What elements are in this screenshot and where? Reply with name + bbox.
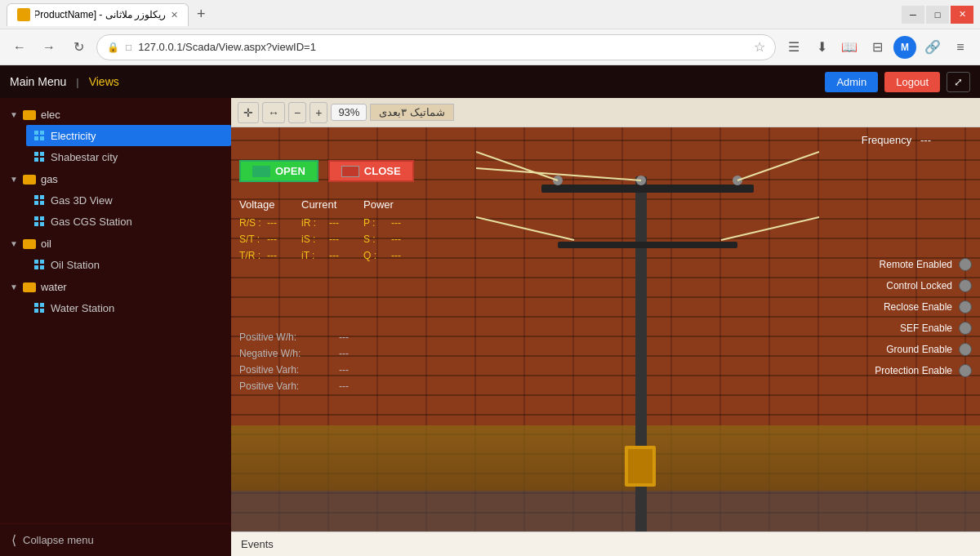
browser-titlebar: ریکلوزر ملاثانی - [ProductName] ✕ + ─ □ … [0, 0, 980, 29]
browser-toolbar: ← → ↻ 🔒 □ ☆ ☰ ⬇ 📖 ⊟ M 🔗 ≡ [0, 29, 980, 65]
forward-button[interactable]: → [38, 36, 60, 59]
content-area: ✛ ↔ − + 93% شماتیک ۳بعدی Frequency --- [231, 98, 980, 556]
menu-icon[interactable]: ≡ [949, 36, 972, 59]
water-group: ▼ water [0, 277, 231, 318]
sidebar-item-oilstation[interactable]: Oil Station [26, 254, 231, 275]
water-group-label: water [41, 281, 67, 293]
collapse-menu-button[interactable]: ⟨ Collapse menu [0, 523, 231, 556]
svg-rect-21 [40, 303, 44, 307]
waterstation-node-icon [33, 301, 46, 314]
gas3d-item-label: Gas 3D View [51, 194, 113, 207]
elec-chevron-icon: ▼ [10, 110, 18, 119]
svg-rect-13 [40, 216, 44, 220]
collapse-label: Collapse menu [23, 534, 94, 546]
header-right: Admin Logout ⤢ [825, 72, 970, 92]
events-bar: Events [231, 532, 980, 556]
pocket-icon[interactable]: ☰ [782, 36, 805, 59]
back-button[interactable]: ← [8, 36, 31, 59]
sef-enable-label: SEF Enable [900, 322, 952, 334]
svg-rect-20 [34, 303, 38, 307]
oil-group-label: oil [41, 238, 51, 250]
protection-enable-circle [959, 364, 972, 377]
gas-group-header[interactable]: ▼ gas [0, 169, 231, 189]
toolbar-icons: ☰ ⬇ 📖 ⊟ M 🔗 ≡ [782, 36, 972, 59]
svg-rect-3 [40, 136, 44, 140]
svg-rect-17 [40, 260, 44, 264]
gas3d-node-icon [33, 193, 46, 207]
reading-icon[interactable]: 📖 [838, 36, 861, 59]
browser-tab[interactable]: ریکلوزر ملاثانی - [ProductName] ✕ [7, 3, 189, 26]
move-tool-button[interactable]: ↔ [262, 102, 285, 123]
water-folder-icon [23, 282, 36, 292]
svg-rect-23 [40, 309, 44, 313]
shabestar-node-icon [33, 150, 46, 163]
ground-enable-label: Ground Enable [886, 344, 952, 355]
close-button[interactable]: ✕ [951, 6, 973, 24]
zoom-in-button[interactable]: + [310, 102, 327, 123]
maximize-button[interactable]: □ [926, 6, 949, 24]
remote-enabled-label: Remote Enabled [880, 259, 952, 270]
refresh-button[interactable]: ↻ [67, 36, 90, 59]
zoom-out-button[interactable]: − [288, 102, 306, 123]
svg-rect-19 [40, 265, 44, 269]
main-body: ▼ elec [0, 98, 980, 556]
reclose-enable-circle [959, 300, 972, 314]
pan-tool-button[interactable]: ✛ [238, 102, 259, 123]
control-locked-label: Control Locked [886, 280, 952, 291]
tab-close-button[interactable]: ✕ [171, 10, 178, 20]
waterstation-item-label: Water Station [51, 302, 114, 314]
water-children: Water Station [0, 297, 231, 318]
svg-rect-22 [34, 309, 38, 313]
minimize-button[interactable]: ─ [902, 6, 924, 24]
logout-button[interactable]: Logout [884, 72, 940, 92]
svg-rect-2 [34, 136, 38, 140]
frequency-label: Frequency [862, 134, 911, 146]
sef-enable-row: SEF Enable [875, 322, 972, 335]
control-locked-circle [959, 279, 972, 292]
sidebar-item-gascgs[interactable]: Gas CGS Station [26, 211, 231, 232]
gas-group-label: gas [41, 173, 58, 185]
views-label: Views [89, 75, 119, 88]
address-input[interactable] [138, 41, 747, 53]
gascgs-node-icon [33, 215, 46, 228]
download-icon[interactable]: ⬇ [810, 36, 833, 59]
fullscreen-button[interactable]: ⤢ [947, 72, 970, 92]
remote-enabled-row: Remote Enabled [875, 258, 972, 271]
oilstation-node-icon [33, 258, 46, 271]
bookmark-icon[interactable]: ☆ [754, 39, 765, 55]
svg-rect-8 [34, 195, 38, 199]
new-tab-button[interactable]: + [192, 6, 211, 23]
sidebar-tree: ▼ elec [0, 98, 231, 523]
frequency-display: Frequency --- [862, 134, 931, 146]
profile-button[interactable]: M [893, 36, 916, 59]
control-locked-row: Control Locked [875, 279, 972, 292]
synced-tabs-icon[interactable]: ⊟ [866, 36, 889, 59]
main-menu-label: Main Menu [10, 75, 66, 88]
water-group-header[interactable]: ▼ water [0, 277, 231, 297]
svg-rect-9 [40, 195, 44, 199]
zoom-level: 93% [331, 104, 367, 121]
remote-enabled-circle [959, 258, 972, 271]
protection-enable-row: Protection Enable [875, 364, 972, 377]
extensions-icon[interactable]: 🔗 [921, 36, 944, 59]
sidebar-item-gas3d[interactable]: Gas 3D View [26, 189, 231, 211]
gascgs-item-label: Gas CGS Station [51, 216, 132, 228]
oil-folder-icon [23, 239, 36, 249]
page-icon: □ [126, 42, 131, 53]
sidebar-item-shabestar[interactable]: Shabestar city [26, 146, 231, 167]
sidebar-item-waterstation[interactable]: Water Station [26, 297, 231, 318]
elec-group-header[interactable]: ▼ elec [0, 105, 231, 125]
sidebar-item-electricity[interactable]: Electricity [26, 125, 231, 146]
tab-favicon [17, 8, 30, 21]
svg-rect-11 [40, 201, 44, 205]
sef-enable-circle [959, 322, 972, 335]
oil-group-header[interactable]: ▼ oil [0, 234, 231, 254]
admin-button[interactable]: Admin [825, 72, 878, 92]
ground-overlay [231, 491, 980, 532]
app-header: Main Menu | Views Admin Logout ⤢ [0, 65, 980, 98]
app-container: Main Menu | Views Admin Logout ⤢ ▼ elec [0, 65, 980, 556]
svg-rect-15 [40, 222, 44, 226]
floor-overlay [231, 425, 980, 491]
gas-children: Gas 3D View Gas CGS [0, 189, 231, 232]
gas-chevron-icon: ▼ [10, 175, 18, 184]
